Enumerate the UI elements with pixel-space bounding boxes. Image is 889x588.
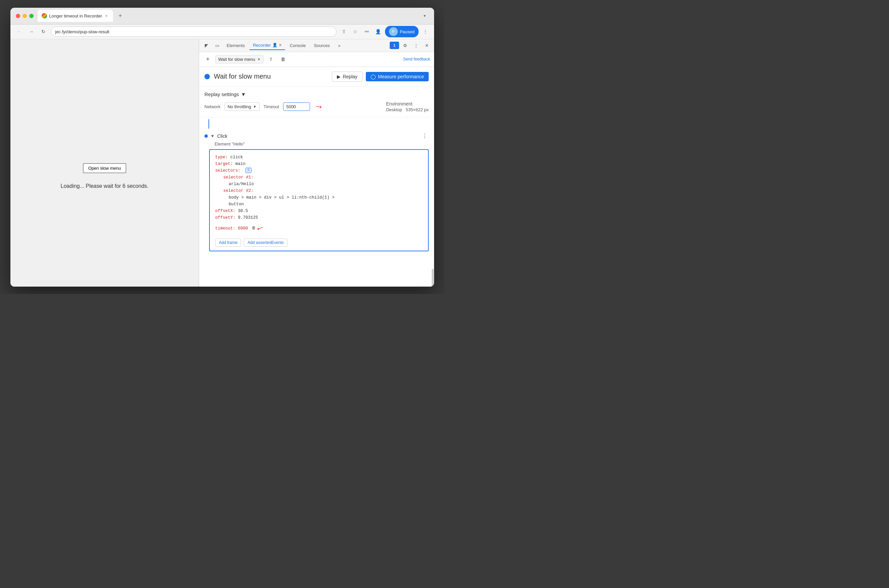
measure-icon: ◯ <box>370 74 376 79</box>
code-actions: Add frame Add assertedEvents <box>215 238 423 247</box>
replay-label: Replay <box>343 74 357 79</box>
settings-icon[interactable]: ⚙ <box>400 40 410 50</box>
close-devtools-icon[interactable]: ✕ <box>422 40 432 50</box>
recorder-person-icon: 👤 <box>272 43 277 47</box>
recording-selector-chevron: ▼ <box>257 57 260 61</box>
recording-dot <box>205 74 210 79</box>
measure-label: Measure performance <box>378 74 424 79</box>
environment-block: Environment Desktop 535×622 px <box>386 101 429 112</box>
offsety-key: offsetY: <box>215 215 235 220</box>
devtools-controls: 1 ⚙ ⋮ ✕ <box>390 40 432 50</box>
replay-settings-chevron: ▼ <box>241 92 246 97</box>
window-controls-chevron[interactable]: ▾ <box>421 12 429 20</box>
selectors-key: selectors: <box>215 168 241 173</box>
recording-selector[interactable]: Wait for slow menu ▼ <box>215 55 263 63</box>
network-value: No throttling <box>228 104 251 109</box>
recording-name: Wait for slow menu <box>218 57 255 62</box>
share-icon[interactable]: ⇧ <box>339 27 349 36</box>
replay-icon: ▶ <box>337 74 341 79</box>
bookmark-icon[interactable]: ☆ <box>351 27 360 36</box>
tab-elements[interactable]: Elements <box>223 40 248 50</box>
close-traffic-light[interactable] <box>16 14 20 18</box>
network-dropdown-chevron: ▼ <box>253 105 257 108</box>
type-key: type: <box>215 155 228 160</box>
measure-performance-button[interactable]: ◯ Measure performance <box>366 72 429 81</box>
timeout-code-key: timeout: <box>215 225 235 232</box>
code-block: type: click target: main selectors: ☰ se… <box>209 149 429 252</box>
step-more-button[interactable]: ⋮ <box>421 132 429 140</box>
devtools-panel: ◤ ▭ Elements Recorder 👤 ✕ Console Source… <box>199 39 434 286</box>
add-asserted-button[interactable]: Add assertedEvents <box>244 238 287 247</box>
timeout-delete-icon[interactable]: 🗑 <box>252 225 256 231</box>
feedback-count: 1 <box>393 44 396 47</box>
recorder-toolbar: + Wait for slow menu ▼ ⇧ 🗑 Send feedback <box>199 52 434 67</box>
devtools-tabs-bar: ◤ ▭ Elements Recorder 👤 ✕ Console Source… <box>199 39 434 52</box>
target-val: main <box>233 162 246 166</box>
selector1-val: aria/Hello <box>229 182 254 186</box>
replay-settings-section: Replay settings ▼ Network No throttling … <box>199 87 434 117</box>
forward-button[interactable]: → <box>27 27 36 36</box>
address-bar[interactable]: jec.fyi/demo/pup-slow-result <box>51 27 337 37</box>
red-arrow-step: ← <box>255 220 265 237</box>
tab-console[interactable]: Console <box>286 40 309 50</box>
step-click: ▼ Click ⋮ Element "Hello" type: click ta… <box>199 129 434 255</box>
settings-row: Network No throttling ▼ Timeout ← <box>205 101 323 112</box>
tab-bar: Longer timeout in Recorder × + <box>38 10 417 22</box>
network-dropdown[interactable]: No throttling ▼ <box>225 102 260 111</box>
type-val: click <box>228 155 243 160</box>
env-label: Environment <box>386 101 429 106</box>
devtools-more-icon[interactable]: ⋮ <box>411 40 421 50</box>
more-tabs-icon[interactable]: » <box>335 40 344 50</box>
network-label: Network <box>205 104 221 109</box>
tab-title: Longer timeout in Recorder <box>49 14 102 18</box>
target-key: target: <box>215 162 233 166</box>
step-toggle[interactable]: ▼ <box>211 134 215 138</box>
new-tab-button[interactable]: + <box>116 11 125 21</box>
traffic-lights <box>16 14 34 18</box>
steps-section: ▼ Click ⋮ Element "Hello" type: click ta… <box>199 117 434 286</box>
delete-recording-icon[interactable]: 🗑 <box>278 54 288 64</box>
maximize-traffic-light[interactable] <box>29 14 34 18</box>
add-recording-button[interactable]: + <box>203 54 212 64</box>
timeout-input[interactable] <box>283 102 310 111</box>
replay-button[interactable]: ▶ Replay <box>332 72 363 82</box>
more-options-icon[interactable]: ⋮ <box>421 27 430 36</box>
main-area: Open slow menu Loading... Please wait fo… <box>11 39 434 286</box>
add-frame-button[interactable]: Add frame <box>215 238 241 247</box>
back-button[interactable]: ← <box>15 27 24 36</box>
profile-icon[interactable]: 👤 <box>373 27 383 36</box>
replay-settings-header[interactable]: Replay settings ▼ <box>205 92 429 97</box>
extensions-icon[interactable]: ⚯ <box>362 27 372 36</box>
feedback-icon[interactable]: 1 <box>390 42 399 49</box>
selector2-val2: button <box>229 202 244 207</box>
loading-text: Loading... Please wait for 6 seconds. <box>60 183 149 189</box>
offsetx-val: 30.5 <box>235 208 248 213</box>
selector-icon: ☰ <box>245 168 251 173</box>
tab-favicon <box>42 13 47 18</box>
avatar: P <box>389 27 398 36</box>
env-value: Desktop 535×622 px <box>386 107 429 112</box>
tab-sources[interactable]: Sources <box>310 40 333 50</box>
selector2-val: body > main > div > ul > li:nth-child(1)… <box>229 195 335 200</box>
browser-tab[interactable]: Longer timeout in Recorder × <box>38 10 113 22</box>
recording-header: Wait for slow menu ▶ Replay ◯ Measure pe… <box>199 67 434 87</box>
paused-button[interactable]: P Paused <box>385 26 419 37</box>
tab-recorder[interactable]: Recorder 👤 ✕ <box>250 40 285 50</box>
scrollbar-thumb[interactable] <box>432 269 434 286</box>
tab-recorder-close[interactable]: ✕ <box>279 43 282 47</box>
nav-icons: ⇧ ☆ ⚯ 👤 P Paused ⋮ <box>339 26 430 37</box>
title-bar-controls: ▾ <box>421 12 429 20</box>
inspect-element-icon[interactable]: ◤ <box>202 40 211 50</box>
refresh-button[interactable]: ↻ <box>39 27 48 36</box>
tab-close-button[interactable]: × <box>104 14 109 18</box>
minimize-traffic-light[interactable] <box>23 14 27 18</box>
send-feedback-link[interactable]: Send feedback <box>403 57 430 62</box>
offsetx-key: offsetX: <box>215 208 235 213</box>
step-name: Click <box>217 134 227 139</box>
device-toolbar-icon[interactable]: ▭ <box>212 40 222 50</box>
replay-settings-title: Replay settings <box>205 92 239 97</box>
recording-title: Wait for slow menu <box>214 73 332 80</box>
open-menu-button[interactable]: Open slow menu <box>83 163 126 173</box>
export-recording-icon[interactable]: ⇧ <box>266 54 276 64</box>
selector1-key: selector #1: <box>223 175 254 180</box>
